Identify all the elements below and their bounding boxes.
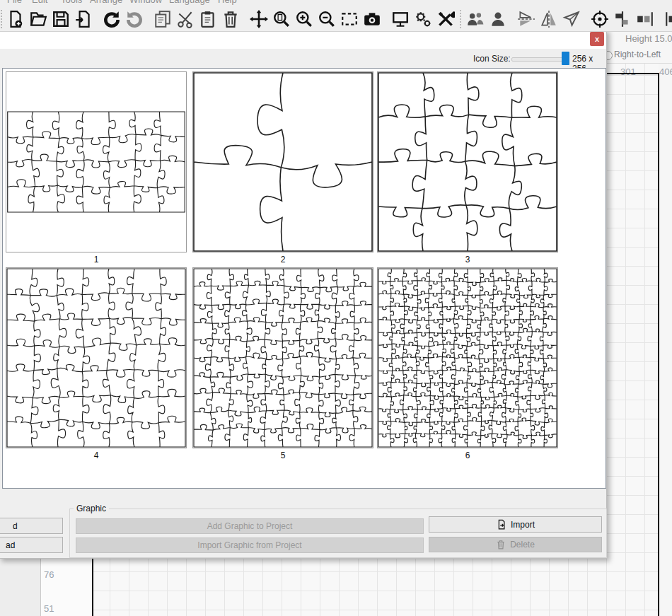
menu-file[interactable]: File xyxy=(7,0,22,5)
toolbar-button-settings-gears[interactable] xyxy=(414,9,432,28)
menu-tools[interactable]: Tools xyxy=(61,0,82,5)
dialog-titlebar xyxy=(0,30,606,49)
import-graphic-from-project-button[interactable]: Import Graphic from Project xyxy=(76,537,424,553)
graphics-gallery: 123456 xyxy=(2,68,606,489)
zoom-out-icon xyxy=(318,10,336,28)
flip-horizontal-icon xyxy=(540,10,558,28)
folder-open-icon xyxy=(29,10,47,28)
marquee-icon xyxy=(340,10,359,28)
toolbar-button-flip-horizontal[interactable] xyxy=(540,9,558,28)
delete-button-label: Delete xyxy=(510,540,535,550)
toolbar-grip[interactable] xyxy=(1,10,2,28)
puzzle-graphic xyxy=(6,111,186,213)
file-new-icon xyxy=(6,10,25,28)
icon-size-label: Icon Size: xyxy=(473,54,511,64)
toolbar-button-zoom-page[interactable] xyxy=(272,9,291,28)
toolbar-button-group-users[interactable] xyxy=(466,9,485,28)
file-import-icon xyxy=(74,10,93,28)
toolbar-button-undo[interactable] xyxy=(103,9,121,28)
puzzle-graphic xyxy=(378,72,557,252)
move-icon xyxy=(250,10,268,28)
menu-edit[interactable]: Edit xyxy=(32,0,47,5)
monitor-icon xyxy=(391,10,410,28)
paste-icon xyxy=(199,10,217,28)
save-icon xyxy=(52,10,70,28)
toolbar-button-file-import[interactable] xyxy=(74,9,93,28)
delete-icon xyxy=(496,540,506,550)
toolbar-button-skew[interactable] xyxy=(562,9,581,28)
toolbar-button-align-boxes[interactable] xyxy=(636,9,654,28)
toolbar-button-flip-vertical[interactable] xyxy=(517,9,535,28)
add-graphic-to-project-button[interactable]: Add Graphic to Project xyxy=(76,518,424,534)
flip-vertical-icon xyxy=(517,10,535,28)
import-button-label: Import xyxy=(511,520,535,530)
gallery-item-label: 5 xyxy=(192,451,373,460)
import-button[interactable]: Import xyxy=(429,516,602,533)
skew-icon xyxy=(562,10,581,28)
icon-size-slider-track[interactable] xyxy=(511,57,568,62)
height-value-label: Height 15.00 xyxy=(625,33,672,44)
group-users-icon xyxy=(466,10,485,28)
vertical-ruler-label: 51 xyxy=(44,603,54,614)
puzzle-graphic xyxy=(6,268,186,448)
graphic-groupbox: Graphic Add Graphic to Project Import Gr… xyxy=(69,509,607,558)
gallery-item-3[interactable] xyxy=(377,71,558,252)
toolbar-button-zoom-out[interactable] xyxy=(318,9,336,28)
puzzle-graphic xyxy=(193,72,373,252)
zoom-in-icon xyxy=(295,10,313,28)
gallery-item-label: 4 xyxy=(6,451,187,460)
target-center-icon xyxy=(591,10,609,28)
gallery-item-5[interactable] xyxy=(192,267,373,448)
vertical-ruler-label: 76 xyxy=(44,569,54,580)
menu-window[interactable]: Window xyxy=(129,0,162,5)
toolbar-button-file-new[interactable] xyxy=(6,9,25,28)
settings-gears-icon xyxy=(414,10,432,28)
menu-language[interactable]: Language xyxy=(169,0,210,5)
tools-wrench-icon xyxy=(436,10,455,28)
import-icon xyxy=(496,519,506,530)
icon-size-slider-handle[interactable] xyxy=(562,52,569,65)
align-boxes-icon xyxy=(636,10,654,28)
gallery-item-label: 2 xyxy=(192,255,373,265)
puzzle-graphic xyxy=(378,268,557,448)
close-button[interactable]: x xyxy=(590,32,604,46)
toolbar-button-distribute-horizontal[interactable] xyxy=(664,9,672,28)
toolbar-button-move[interactable] xyxy=(250,9,268,28)
gallery-item-2[interactable] xyxy=(192,71,373,252)
zoom-page-icon xyxy=(272,10,291,28)
toolbar-button-cut[interactable] xyxy=(176,9,195,28)
menu-arrange[interactable]: Arrange xyxy=(90,0,122,5)
toolbar-button-marquee[interactable] xyxy=(340,9,359,28)
undo-icon xyxy=(103,10,121,28)
graphic-groupbox-title: Graphic xyxy=(74,504,109,513)
align-horizontal-icon xyxy=(613,10,632,28)
toolbar-button-camera[interactable] xyxy=(363,9,381,28)
toolbar-button-tools-wrench[interactable] xyxy=(436,9,455,28)
mat-right-border xyxy=(658,73,659,616)
gallery-item-1[interactable] xyxy=(6,71,187,252)
toolbar-button-folder-open[interactable] xyxy=(29,9,47,28)
toolbar-button-align-horizontal[interactable] xyxy=(613,9,632,28)
toolbar-button-copy[interactable] xyxy=(153,9,172,28)
gallery-item-label: 6 xyxy=(377,451,558,460)
delete-button[interactable]: Delete xyxy=(429,537,602,552)
redo-icon xyxy=(125,10,144,28)
left-panel-button[interactable]: d xyxy=(0,518,63,534)
toolbar-button-save[interactable] xyxy=(52,9,70,28)
toolbar-button-monitor[interactable] xyxy=(391,9,410,28)
toolbar-button-user[interactable] xyxy=(489,9,507,28)
left-panel-button[interactable]: ad xyxy=(0,537,63,553)
menu-help[interactable]: Help xyxy=(218,0,237,5)
toolbar-button-zoom-in[interactable] xyxy=(295,9,313,28)
gallery-item-4[interactable] xyxy=(6,267,187,448)
graphics-library-dialog: x Icon Size: 256 x 256 123456 dad Graphi… xyxy=(0,29,607,559)
toolbar-button-target-center[interactable] xyxy=(591,9,609,28)
right-to-left-label: Right-to-Left xyxy=(614,50,661,59)
toolbar-button-paste[interactable] xyxy=(199,9,217,28)
side-panel: Height 15.00 Right-to-Left xyxy=(607,31,672,64)
toolbar-button-trash[interactable] xyxy=(221,9,240,28)
trash-icon xyxy=(221,10,240,28)
toolbar-button-redo[interactable] xyxy=(125,9,144,28)
gallery-item-6[interactable] xyxy=(377,267,558,448)
gallery-item-label: 3 xyxy=(377,255,558,265)
